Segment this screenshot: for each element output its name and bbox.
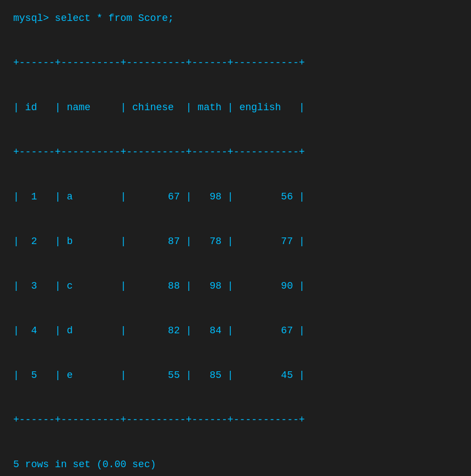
blank-line-1	[13, 472, 458, 476]
table-row: | 5 | e | 55 | 85 | 45 |	[13, 368, 458, 383]
status-line-1: 5 rows in set (0.00 sec)	[13, 457, 458, 472]
table-row: | 1 | a | 67 | 98 | 56 |	[13, 190, 458, 204]
table-header: | id | name | chinese | math | english |	[13, 100, 458, 115]
table-sep-bottom: +------+----------+----------+------+---…	[13, 413, 458, 428]
table-sep-top: +------+----------+----------+------+---…	[13, 56, 458, 71]
table-row: | 2 | b | 87 | 78 | 77 |	[13, 234, 458, 249]
command-line-1: mysql> select * from Score;	[13, 11, 458, 26]
table-1: +------+----------+----------+------+---…	[13, 26, 458, 457]
table-row: | 3 | c | 88 | 98 | 90 |	[13, 279, 458, 294]
table-sep-header: +------+----------+----------+------+---…	[13, 145, 458, 160]
table-row: | 4 | d | 82 | 84 | 67 |	[13, 323, 458, 338]
terminal-window: mysql> select * from Score; +------+----…	[13, 11, 458, 476]
